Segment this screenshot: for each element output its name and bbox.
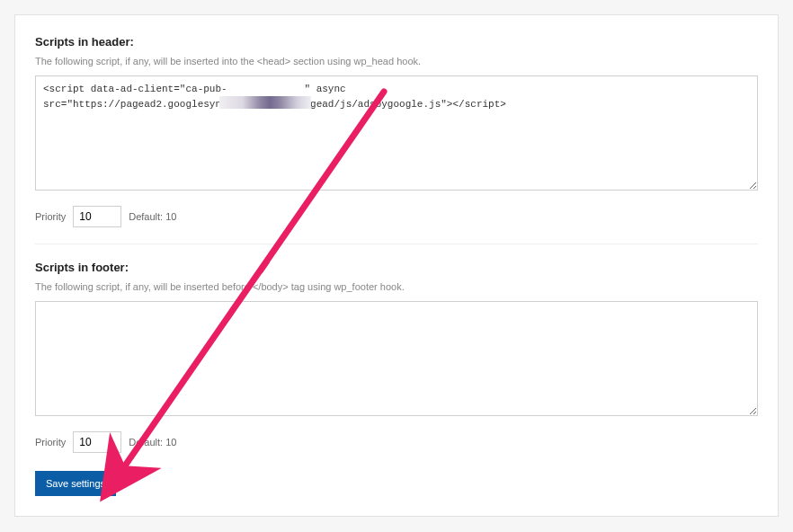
- footer-priority-row: Priority Default: 10: [35, 431, 758, 453]
- header-scripts-textarea[interactable]: [35, 75, 758, 191]
- footer-priority-label: Priority: [35, 437, 66, 448]
- settings-card: Scripts in header: The following script,…: [14, 14, 779, 517]
- footer-priority-input[interactable]: [73, 431, 121, 453]
- footer-section-desc: The following script, if any, will be in…: [35, 281, 758, 292]
- redaction-smudge: [219, 96, 311, 109]
- save-settings-button[interactable]: Save settings: [35, 471, 116, 496]
- header-priority-label: Priority: [35, 211, 66, 222]
- header-section-title: Scripts in header:: [35, 35, 758, 49]
- footer-priority-default: Default: 10: [129, 437, 176, 448]
- header-section-desc: The following script, if any, will be in…: [35, 56, 758, 66]
- header-priority-input[interactable]: [73, 206, 121, 227]
- header-priority-default: Default: 10: [129, 211, 176, 222]
- section-divider: [35, 244, 758, 244]
- footer-scripts-textarea[interactable]: [35, 301, 758, 416]
- header-priority-row: Priority Default: 10: [35, 206, 758, 227]
- footer-section-title: Scripts in footer:: [35, 261, 758, 274]
